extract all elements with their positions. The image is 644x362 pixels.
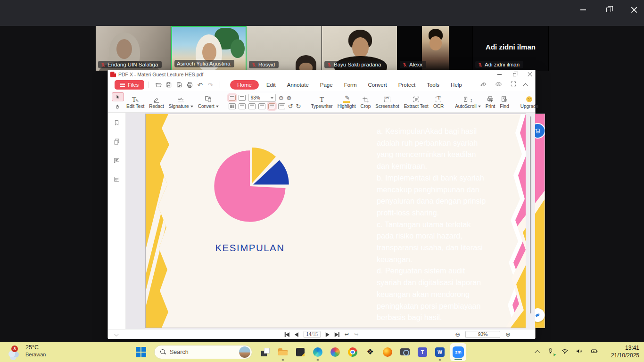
single-page-view-button[interactable] — [229, 95, 236, 101]
tab-help[interactable]: Help — [445, 81, 468, 89]
participant-tile-endang[interactable]: Endang UIN Salatiga — [96, 26, 171, 71]
statusbar-zoom-in-icon[interactable]: ⊕ — [505, 331, 511, 337]
bookmarks-panel-icon[interactable] — [113, 119, 120, 128]
word-button[interactable]: W — [433, 343, 447, 362]
tab-home[interactable]: Home — [230, 80, 259, 90]
highlight-button[interactable]: ✎ Highlight — [335, 92, 358, 112]
tab-tools[interactable]: Tools — [421, 81, 445, 89]
save-as-button[interactable] — [174, 81, 184, 89]
two-page-view-button[interactable] — [229, 103, 236, 109]
ocr-button[interactable]: T OCR — [431, 92, 446, 112]
fullscreen-icon[interactable] — [510, 81, 517, 89]
fit-visible-button[interactable] — [258, 103, 265, 109]
restore-button[interactable] — [603, 4, 615, 16]
zoom-in-icon[interactable]: ⊕ — [287, 95, 292, 101]
dropbox-button[interactable]: ❖ — [363, 343, 377, 362]
open-file-button[interactable] — [153, 81, 164, 89]
task-view-button[interactable] — [258, 343, 272, 362]
weather-widget[interactable]: 3 25°C Berawan — [8, 344, 46, 358]
edge-button[interactable] — [311, 343, 325, 362]
hand-tool-button[interactable] — [112, 102, 124, 111]
participant-tile-bayu[interactable]: Bayu Sakti pradana — [322, 26, 397, 71]
thumbnails-panel-icon[interactable] — [113, 138, 120, 147]
screenshot-button[interactable]: ✂ Extract TextScreenshot — [373, 92, 402, 112]
select-tool-button[interactable] — [112, 92, 124, 101]
next-view-button[interactable]: ↪ — [354, 331, 358, 337]
rotate-right-icon[interactable]: ↻ — [296, 103, 301, 109]
battery-charging-icon[interactable] — [590, 347, 599, 357]
chrome-button[interactable] — [346, 343, 360, 362]
read-mode-eye-icon[interactable] — [495, 81, 502, 90]
zoom-out-icon[interactable]: ⊖ — [279, 95, 284, 101]
participant-tile-rosyid[interactable]: Rosyid — [247, 26, 322, 71]
sticky-notes-button[interactable] — [293, 343, 307, 362]
scrollbar-thumb[interactable] — [530, 116, 531, 313]
statusbar-zoom-out-icon[interactable]: ⊖ — [455, 331, 460, 337]
tab-annotate[interactable]: Annotate — [281, 81, 314, 89]
convert-button[interactable]: Convert — [196, 92, 221, 112]
save-button[interactable] — [164, 81, 174, 89]
document-viewer[interactable]: KESIMPULAN a. KesimpulanAkad bagi hasil … — [126, 113, 535, 329]
print-tool-button[interactable]: Print — [483, 92, 498, 112]
find-button[interactable]: Find — [497, 92, 511, 112]
pdf-restore-button[interactable] — [513, 73, 516, 76]
tab-form[interactable]: Form — [339, 81, 363, 89]
page-thumbnail-button[interactable] — [239, 103, 246, 109]
collapse-ribbon-icon[interactable] — [523, 83, 528, 88]
microphone-in-use-icon[interactable]: ➤ — [547, 347, 554, 356]
signatures-panel-icon[interactable] — [113, 176, 120, 185]
pdf-minimize-button[interactable] — [497, 74, 502, 75]
upgrade-button[interactable]: Upgrade — [518, 92, 541, 112]
tab-edit[interactable]: Edit — [261, 81, 281, 89]
autoscroll-button[interactable]: ↕ AutoScroll — [453, 92, 483, 112]
previous-view-button[interactable]: ↩ — [345, 331, 349, 337]
last-page-button[interactable] — [335, 330, 339, 339]
extract-text-button[interactable]: Extract Text — [402, 92, 431, 112]
typewriter-button[interactable]: T Typewriter — [309, 92, 335, 112]
next-page-button[interactable] — [326, 330, 330, 339]
camera-button[interactable] — [398, 343, 412, 362]
volume-icon[interactable] — [576, 347, 583, 357]
edit-text-button[interactable]: T✎ Edit Text — [124, 92, 147, 112]
fit-width-button[interactable] — [239, 95, 246, 101]
print-button[interactable] — [184, 81, 195, 89]
wifi-icon[interactable] — [561, 347, 569, 357]
firefox-button[interactable] — [380, 343, 395, 362]
fit-page-button[interactable] — [248, 103, 256, 109]
copilot-button[interactable] — [328, 343, 342, 362]
zoom-level-dropdown[interactable]: 93% — [248, 94, 276, 102]
statusbar-zoom-value[interactable]: 93% — [465, 331, 500, 338]
undo-icon[interactable]: ↶ — [195, 81, 205, 89]
start-button[interactable] — [134, 343, 148, 362]
zoom-app-button-active[interactable]: zm — [450, 343, 466, 361]
rotate-left-icon[interactable]: ↺ — [288, 103, 293, 109]
redact-button[interactable]: Redact — [147, 92, 166, 112]
participant-tile-adi[interactable]: Adi zidni ilman Adi zidni ilman — [473, 26, 549, 71]
page-number-input[interactable]: 14/15 — [304, 331, 321, 338]
crop-button[interactable]: Crop — [358, 92, 373, 112]
signature-button[interactable]: Signature — [166, 92, 196, 112]
actual-size-button[interactable] — [268, 103, 275, 109]
fit-height-button[interactable] — [278, 103, 285, 109]
tray-chevron-up-icon[interactable] — [535, 350, 540, 355]
participant-tile-asiroch[interactable]: Asiroch Yulia Agustina — [171, 26, 247, 71]
share-icon[interactable] — [480, 81, 487, 90]
file-explorer-button[interactable] — [276, 343, 290, 362]
redo-icon[interactable]: ↷ — [205, 81, 215, 89]
files-button[interactable]: Files — [115, 80, 144, 90]
tab-protect[interactable]: Protect — [393, 81, 421, 89]
previous-page-button[interactable] — [295, 330, 298, 339]
search-input[interactable]: Search — [154, 345, 252, 359]
first-page-button[interactable] — [285, 330, 289, 339]
teams-button[interactable]: T — [415, 343, 429, 362]
close-button[interactable] — [628, 4, 640, 16]
vertical-scrollbar[interactable] — [526, 113, 535, 329]
participant-tile-alexx[interactable]: Alexx — [397, 26, 473, 71]
clock[interactable]: 13:41 21/10/2025 — [611, 344, 639, 359]
chevron-down-icon[interactable] — [114, 332, 118, 336]
tab-convert[interactable]: Convert — [363, 81, 393, 89]
minimize-button[interactable] — [577, 4, 589, 16]
comments-panel-icon[interactable] — [113, 157, 120, 166]
tab-page[interactable]: Page — [314, 81, 339, 89]
pdf-close-button[interactable] — [528, 72, 532, 77]
